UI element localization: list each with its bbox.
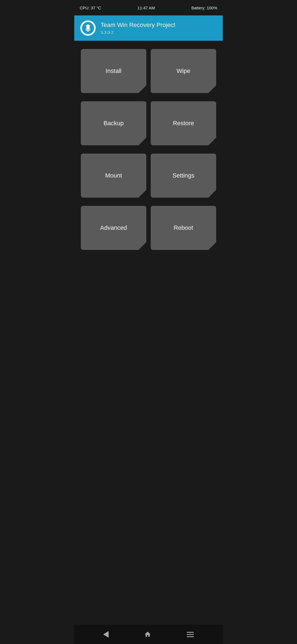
mount-button[interactable]: Mount (81, 154, 146, 198)
wipe-button[interactable]: Wipe (151, 49, 216, 93)
nav-menu-button[interactable] (184, 629, 197, 640)
back-icon (103, 631, 109, 638)
bottom-nav (74, 625, 223, 644)
app-version: 3.3.0-2 (101, 30, 175, 35)
main-content: Install Wipe Backup Restore Mount Settin… (74, 41, 223, 625)
status-bar: CPU: 37 °C 11:47 AM Battery: 100% (74, 0, 223, 15)
button-row-4: Advanced Reboot (81, 206, 216, 250)
backup-button[interactable]: Backup (81, 101, 146, 145)
header-text-block: Team Win Recovery Project 3.3.0-2 (101, 21, 175, 34)
advanced-button[interactable]: Advanced (81, 206, 146, 250)
restore-button[interactable]: Restore (151, 101, 216, 145)
app-header: Team Win Recovery Project 3.3.0-2 (74, 15, 223, 41)
reboot-button[interactable]: Reboot (151, 206, 216, 250)
app-logo (80, 20, 96, 36)
button-row-3: Mount Settings (81, 154, 216, 198)
time-status: 11:47 AM (138, 6, 155, 10)
home-icon (144, 631, 151, 638)
settings-button[interactable]: Settings (151, 154, 216, 198)
button-row-1: Install Wipe (81, 49, 216, 93)
app-title: Team Win Recovery Project (101, 21, 175, 29)
menu-icon (187, 632, 194, 637)
nav-back-button[interactable] (100, 628, 111, 640)
install-button[interactable]: Install (81, 49, 146, 93)
button-row-2: Backup Restore (81, 101, 216, 145)
cpu-status: CPU: 37 °C (80, 6, 101, 10)
nav-home-button[interactable] (141, 628, 154, 641)
battery-status: Battery: 100% (191, 6, 217, 10)
